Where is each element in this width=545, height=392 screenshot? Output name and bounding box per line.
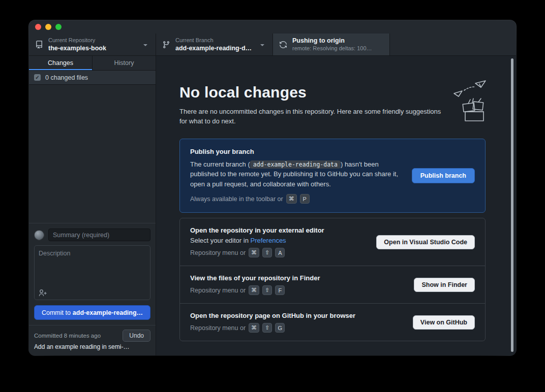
view-on-github-button[interactable]: View on GitHub (413, 315, 475, 330)
suggestion-show-in-finder: View the files of your repository in Fin… (180, 266, 485, 303)
push-origin-button[interactable]: Pushing to origin remote: Resolving delt… (273, 34, 390, 55)
commit-button[interactable]: Commit to add-example-reading… (34, 305, 150, 320)
repository-selector[interactable]: Current Repository the-examples-book (29, 34, 156, 55)
undo-button[interactable]: Undo (123, 330, 150, 342)
avatar (34, 230, 44, 240)
shift-key: ⇧ (262, 248, 272, 257)
traffic-lights (35, 24, 62, 30)
sidebar: Changes History ✓ 0 changed files (29, 56, 156, 355)
repo-icon (35, 41, 43, 49)
publish-branch-panel: Publish your branch The current branch (… (179, 139, 486, 213)
close-button[interactable] (35, 24, 41, 30)
undo-commit-section: Committed 8 minutes ago Undo Add an exam… (29, 325, 156, 355)
suggestion-open-editor: Open the repository in your external edi… (180, 218, 485, 266)
sync-icon (279, 41, 287, 49)
last-commit-message: Add an example reading in semi-… (34, 343, 150, 350)
tab-history[interactable]: History (92, 56, 156, 70)
repository-name: the-examples-book (48, 44, 137, 52)
branch-label: Current Branch (175, 37, 254, 44)
commit-summary-input[interactable] (48, 228, 150, 241)
toolbar: Current Repository the-examples-book Cur… (29, 34, 516, 56)
chevron-down-icon (258, 41, 266, 49)
g-key: G (275, 323, 285, 333)
committed-ago-label: Committed 8 minutes ago (34, 333, 101, 339)
git-branch-icon (162, 41, 170, 49)
github-desktop-window: Current Repository the-examples-book Cur… (29, 20, 516, 355)
zoom-button[interactable] (55, 24, 62, 30)
shift-key: ⇧ (262, 323, 272, 333)
push-status-detail: remote: Resolving deltas: 100… (292, 45, 383, 52)
show-in-finder-button[interactable]: Show in Finder (414, 278, 475, 292)
preferences-link[interactable]: Preferences (251, 237, 286, 244)
branch-selector[interactable]: Current Branch add-example-reading-d… (156, 34, 273, 55)
commit-form: Commit to add-example-reading… (29, 223, 156, 325)
cmd-key: ⌘ (286, 194, 297, 204)
repository-label: Current Repository (48, 37, 137, 44)
tab-changes[interactable]: Changes (29, 56, 92, 70)
chevron-down-icon (141, 41, 149, 49)
branch-name: add-example-reading-d… (175, 44, 254, 52)
shift-key: ⇧ (262, 285, 272, 295)
titlebar (29, 20, 516, 34)
a-key: A (275, 248, 285, 257)
scrollbar[interactable] (511, 58, 513, 352)
blank-slate-panel: No local changes There are no uncommitte… (156, 56, 516, 355)
page-subtitle: There are no uncommitted changes in this… (179, 107, 441, 126)
push-status-title: Pushing to origin (292, 37, 383, 45)
changed-files-count: 0 changed files (45, 74, 88, 81)
select-all-checkbox[interactable]: ✓ (34, 74, 41, 81)
suggestion-view-on-github: Open the repository page on GitHub in yo… (180, 303, 485, 341)
changed-files-list (29, 85, 156, 223)
sidebar-tabs: Changes History (29, 56, 156, 71)
branch-name-chip: add-example-reading-data (250, 160, 341, 169)
commit-description-input[interactable] (35, 246, 150, 284)
cmd-key: ⌘ (249, 323, 259, 333)
publish-body: The current branch (add-example-reading-… (190, 159, 403, 189)
no-changes-illustration (439, 79, 488, 125)
publish-branch-button[interactable]: Publish branch (412, 168, 475, 183)
p-key: P (300, 194, 310, 204)
suggestions-list: Open the repository in your external edi… (179, 218, 486, 341)
commit-description-box (34, 245, 150, 300)
minimize-button[interactable] (45, 24, 51, 30)
publish-shortcut-hint: Always available in the toolbar or ⌘ P (190, 194, 403, 204)
publish-title: Publish your branch (190, 148, 403, 155)
cmd-key: ⌘ (249, 248, 259, 257)
changed-files-header: ✓ 0 changed files (29, 71, 156, 85)
cmd-key: ⌘ (249, 285, 259, 295)
f-key: F (275, 285, 285, 295)
open-in-editor-button[interactable]: Open in Visual Studio Code (376, 235, 475, 249)
add-coauthor-icon[interactable] (39, 288, 47, 297)
